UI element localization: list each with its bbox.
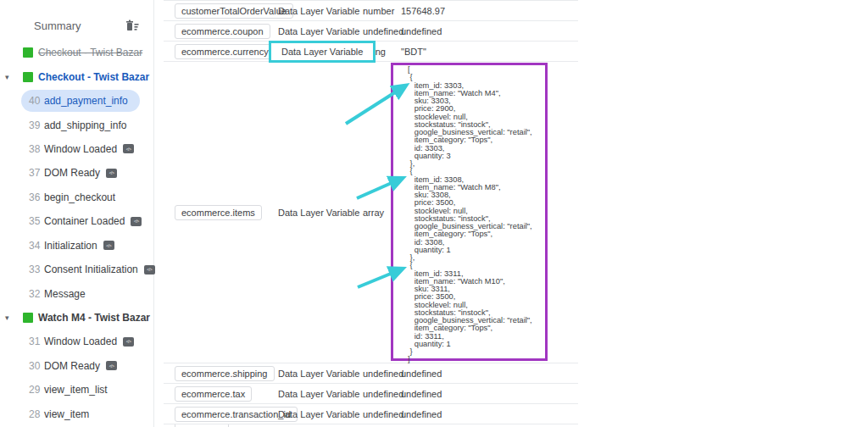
event-label: Initialization bbox=[44, 240, 97, 252]
event-number: 32 bbox=[29, 288, 41, 300]
value-cell: undefined bbox=[401, 389, 442, 399]
event-number: 30 bbox=[29, 360, 41, 372]
sidebar-group-watch-m4-twist-bazar[interactable]: ▾Watch M4 - Twist Bazar bbox=[0, 306, 153, 330]
variable-name-cell: ecommerce.currency bbox=[175, 44, 275, 59]
status-square-icon bbox=[23, 72, 33, 82]
event-number: 40 bbox=[29, 95, 41, 107]
code-badge-icon: </> bbox=[106, 169, 117, 178]
code-badge-icon: </> bbox=[103, 241, 114, 250]
variable-name-chip: ecommerce.shipping bbox=[175, 366, 275, 381]
variable-type-cell: Data Layer Variable bbox=[278, 369, 359, 379]
sidebar-event-message[interactable]: 32Message bbox=[0, 281, 153, 305]
debug-sidebar: Summary ▾Checkout - Twist Bazar▾Checkout… bbox=[0, 0, 154, 427]
table-row-ecommerce-coupon: ecommerce.couponData Layer Variableundef… bbox=[164, 21, 578, 42]
value-cell: "BDT" bbox=[401, 47, 426, 57]
variable-type-cell: Data Layer Variable bbox=[278, 26, 359, 36]
selected-event-pill[interactable]: 40add_payment_info bbox=[21, 90, 140, 112]
event-number: 37 bbox=[29, 167, 41, 179]
variable-type-cell: Data Layer Variable bbox=[278, 389, 359, 399]
return-type-cell: array bbox=[363, 208, 384, 218]
variable-name-cell: ecommerce.coupon bbox=[175, 24, 270, 39]
code-badge-icon: </> bbox=[106, 361, 117, 370]
sidebar-event-begin-checkout[interactable]: 36begin_checkout bbox=[0, 186, 153, 209]
variable-type-cell: Data Layer Variable bbox=[278, 208, 359, 218]
variable-name-chip: ecommerce.items bbox=[175, 205, 262, 220]
group-label: Watch M4 - Twist Bazar bbox=[38, 312, 150, 324]
variable-name-cell: ecommerce.shipping bbox=[175, 366, 275, 381]
value-cell: undefined bbox=[401, 409, 442, 419]
event-label: add_shipping_info bbox=[44, 119, 126, 131]
variable-name-cell: ecommerce.tax bbox=[175, 386, 252, 402]
event-label: Window Loaded bbox=[44, 336, 117, 347]
event-label: Consent Initialization bbox=[44, 263, 138, 275]
event-label: Window Loaded bbox=[44, 143, 117, 155]
code-badge-icon: </> bbox=[144, 265, 155, 274]
code-badge-icon: </> bbox=[123, 337, 134, 347]
event-number: 35 bbox=[29, 215, 41, 227]
event-number: 38 bbox=[29, 143, 41, 155]
event-number: 31 bbox=[29, 336, 41, 347]
table-row-ecommerce-currency: ecommerce.currencyData Layer Variablestr… bbox=[164, 42, 578, 62]
data-layer-variables-table: customerTotalOrderValueData Layer Variab… bbox=[164, 0, 578, 427]
variable-name-chip: ecommerce.tax bbox=[175, 386, 252, 402]
table-row-ecommerce-tax: ecommerce.taxData Layer Variableundefine… bbox=[164, 384, 578, 404]
group-label: Checkout - Twist Bazar bbox=[38, 47, 142, 58]
sidebar-event-dom-ready[interactable]: 30DOM Ready</> bbox=[0, 354, 153, 378]
event-number: 34 bbox=[29, 240, 41, 252]
items-json-value: [ { item_id: 3303, item_name: "Watch M4"… bbox=[408, 66, 532, 364]
summary-label[interactable]: Summary bbox=[34, 19, 81, 32]
value-cell: undefined bbox=[401, 369, 442, 379]
return-type-cell: undefined bbox=[363, 389, 403, 399]
variable-name-cell: customerTotalOrderValue bbox=[175, 3, 293, 19]
event-label: DOM Ready bbox=[44, 360, 100, 372]
table-row-ecommerce-transaction-id: ecommerce.transaction_idData Layer Varia… bbox=[164, 404, 578, 424]
return-type-cell: undefined bbox=[363, 26, 403, 36]
value-cell: 157648.97 bbox=[401, 6, 445, 16]
variable-type-cell-highlighted: Data Layer Variable bbox=[269, 41, 376, 63]
sidebar-event-window-loaded[interactable]: 38Window Loaded</> bbox=[0, 137, 153, 161]
sidebar-group-checkout-twist-bazar-cleared[interactable]: ▾Checkout - Twist Bazar bbox=[0, 41, 153, 64]
event-number: 39 bbox=[29, 119, 41, 131]
event-label: begin_checkout bbox=[44, 191, 115, 203]
event-number: 29 bbox=[29, 384, 41, 396]
sidebar-group-checkout-twist-bazar[interactable]: ▾Checkout - Twist Bazar bbox=[0, 64, 153, 88]
event-label: view_item bbox=[44, 408, 89, 420]
variable-type-cell: Data Layer Variable bbox=[278, 6, 359, 16]
variable-name-cell: ecommerce.items bbox=[175, 205, 262, 220]
delete-sweep-icon bbox=[124, 18, 140, 33]
event-label: add_payment_info bbox=[44, 95, 128, 107]
sidebar-event-window-loaded[interactable]: 31Window Loaded</> bbox=[0, 330, 153, 353]
variable-name-chip: ecommerce.currency bbox=[175, 44, 275, 59]
status-square-icon bbox=[23, 47, 33, 58]
code-badge-icon: </> bbox=[131, 217, 142, 226]
group-label: Checkout - Twist Bazar bbox=[38, 71, 149, 83]
sidebar-event-consent-initialization[interactable]: 33Consent Initialization</> bbox=[0, 258, 153, 281]
sidebar-event-view-item-list[interactable]: 29view_item_list bbox=[0, 378, 153, 402]
sidebar-event-initialization[interactable]: 34Initialization</> bbox=[0, 234, 153, 258]
clear-events-button[interactable] bbox=[123, 17, 140, 34]
table-row-ecommerce-shipping: ecommerce.shippingData Layer Variableund… bbox=[164, 363, 578, 384]
event-label: view_item_list bbox=[44, 384, 108, 396]
event-number: 36 bbox=[29, 191, 41, 203]
event-number: 33 bbox=[29, 263, 41, 275]
sidebar-event-dom-ready[interactable]: 37DOM Ready</> bbox=[0, 161, 153, 185]
event-number: 28 bbox=[29, 408, 41, 420]
sidebar-event-view-item[interactable]: 28view_item bbox=[0, 402, 153, 426]
event-label: DOM Ready bbox=[44, 167, 100, 179]
variable-name-chip: ecommerce.coupon bbox=[175, 24, 270, 39]
chevron-down-icon[interactable]: ▾ bbox=[5, 73, 16, 81]
event-list: ▾Checkout - Twist Bazar▾Checkout - Twist… bbox=[0, 41, 153, 426]
chevron-down-icon[interactable]: ▾ bbox=[5, 313, 16, 322]
event-label: Container Loaded bbox=[44, 215, 125, 227]
table-row-ecommerce-items: ecommerce.itemsData Layer Variablearray[… bbox=[164, 62, 578, 363]
items-value-annotation-box: [ { item_id: 3303, item_name: "Watch M4"… bbox=[391, 63, 548, 361]
return-type-cell: undefined bbox=[363, 409, 403, 419]
table-row-customertotalordervalue: customerTotalOrderValueData Layer Variab… bbox=[164, 1, 578, 21]
variable-name-chip: customerTotalOrderValue bbox=[175, 3, 293, 19]
sidebar-event-container-loaded[interactable]: 35Container Loaded</> bbox=[0, 209, 153, 233]
return-type-cell: number bbox=[363, 6, 394, 16]
summary-row: Summary bbox=[34, 17, 140, 34]
sidebar-event-add-payment-info[interactable]: 40add_payment_info bbox=[0, 89, 153, 113]
variable-type-cell: Data Layer Variable bbox=[278, 409, 359, 419]
sidebar-event-add-shipping-info[interactable]: 39add_shipping_info bbox=[0, 113, 153, 136]
